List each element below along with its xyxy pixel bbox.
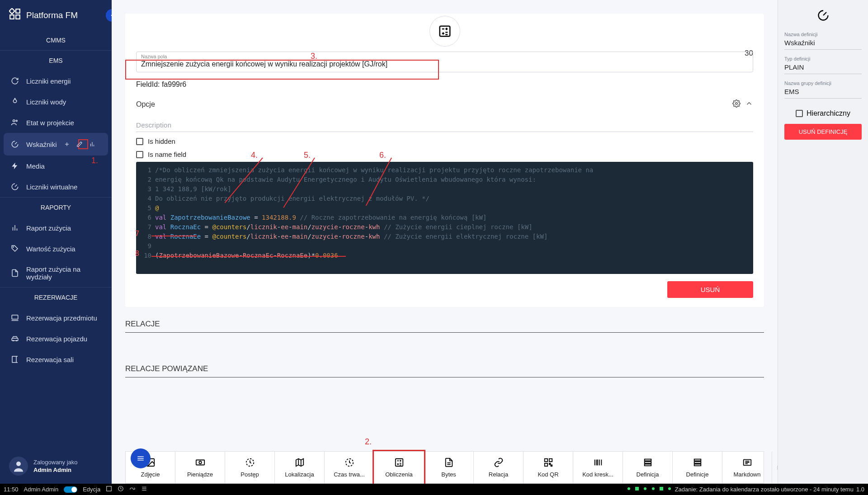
field-label: Nazwa pola [141,54,748,59]
checkbox-icon[interactable] [136,151,143,158]
bolt-icon [11,162,19,170]
tb-lokalizacja[interactable]: Lokalizacja [275,452,325,483]
checkbox-icon[interactable] [796,110,803,117]
field-nazwa-pola[interactable]: Nazwa pola Zmniejszenie zużycia energii … [136,52,753,72]
chevron-up-icon[interactable] [745,99,753,109]
gauge-icon [11,183,19,191]
tb-czas[interactable]: Czas trwa... [325,452,374,483]
progress-icon [245,457,255,467]
svg-point-23 [16,462,21,466]
svg-rect-54 [544,463,547,466]
edit-icon[interactable] [78,139,88,149]
barcode-icon [593,457,603,467]
chart-icon[interactable] [91,139,101,149]
sb-icon[interactable] [118,486,124,493]
nav-raport-zuzycia[interactable]: Raport zużycia [0,217,112,238]
rp-typ-label: Typ definicji [784,56,862,61]
svg-rect-15 [12,315,18,319]
nav-rez-przedmiotu[interactable]: Rezerwacja przedmiotu [0,307,112,328]
section-relacje: RELACJE [125,320,764,333]
nav-rez-pojazdu[interactable]: Rezerwacja pojazdu [0,328,112,349]
app-title: Platforma FM [26,10,78,20]
nav-liczniki-wody[interactable]: Liczniki wody [0,91,112,112]
refresh-icon [11,77,19,85]
code-editor[interactable]: 1/*Do obliczeń zmniejszenia zużycia ener… [136,162,753,274]
sb-toggle[interactable] [64,486,77,493]
svg-point-4 [13,120,15,122]
link-icon [494,457,504,467]
svg-rect-52 [544,458,547,461]
gear-icon[interactable] [732,99,741,109]
sb-task: Zadanie: Zadania do kalendarza zostało u… [675,486,854,493]
fab-menu[interactable] [131,448,151,468]
tb-definicja[interactable]: Definicja [623,452,673,483]
nav-raport-wydzialy[interactable]: Raport zużycia na wydziały [0,259,112,287]
tb-pieniadze[interactable]: Pieniądze [175,452,225,483]
tb-kodqr[interactable]: Kod QR [524,452,573,483]
sb-icon[interactable] [129,486,136,493]
tb-bytes[interactable]: Bytes [424,452,474,483]
svg-rect-3 [16,15,20,19]
delete-button[interactable]: USUŃ [667,281,753,298]
rp-hierarchiczny-check[interactable]: Hierarchiczny [784,109,862,118]
svg-rect-67 [694,464,701,466]
tb-kodkresk[interactable]: Kod kresk... [573,452,623,483]
sb-ind-icon [626,486,632,493]
nav-label: Rezerwacja sali [26,356,74,363]
sb-mode: Edycja [83,486,100,493]
laptop-icon [11,314,19,322]
svg-rect-35 [196,460,204,465]
rp-grupa-value[interactable]: EMS [784,86,862,99]
tb-more[interactable]: P [772,452,778,483]
nav-wartosc-zuzycia[interactable]: Wartość zużycia [0,238,112,259]
user-footer: Zalogowany jako Admin Admin [0,448,112,484]
description-label: Description [136,121,753,132]
user-name: Admin Admin [33,467,78,473]
section-cmms: CMMS [0,30,112,50]
nav-media[interactable]: Media [0,156,112,176]
sb-icon[interactable] [106,486,112,493]
checkbox-label: Hierarchiczny [807,109,850,118]
checkbox-is-hidden[interactable]: Is hidden [136,137,753,145]
rp-typ-value[interactable]: PLAIN [784,61,862,74]
nav-label: Etat w projekcie [26,119,74,127]
users-icon [11,118,19,127]
nav-label: Liczniki wody [26,98,66,106]
tag-icon [11,245,19,253]
svg-rect-81 [635,487,639,490]
checkbox-icon[interactable] [136,138,143,145]
add-icon[interactable] [66,139,75,149]
checkbox-is-name-field[interactable]: Is name field [136,151,753,158]
svg-point-82 [644,487,646,490]
svg-rect-20 [12,356,16,363]
sb-ind-icon [659,486,664,493]
tb-markdown[interactable]: Markdown [722,452,772,483]
opcje-label: Opcje [136,100,155,108]
qr-icon [543,457,553,467]
nav-etat[interactable]: Etat w projekcie [0,112,112,133]
sb-icon[interactable] [141,486,147,493]
svg-rect-53 [549,458,552,461]
nav-liczniki-wirtualne[interactable]: Liczniki wirtualne [0,176,112,197]
nav-rez-sali[interactable]: Rezerwacja sali [0,349,112,370]
svg-point-36 [199,461,202,464]
nav-liczniki-energii[interactable]: Liczniki energii [0,71,112,91]
rp-delete-button[interactable]: USUŃ DEFINICJĘ [784,124,862,140]
user-label: Zalogowany jako [33,459,78,466]
nav-wskazniki[interactable]: Wskaźniki [4,133,108,156]
nav-label: Wskaźniki [26,141,57,148]
tb-definicje[interactable]: Definicje [673,452,722,483]
tb-obliczenia[interactable]: Obliczenia [374,452,424,483]
svg-rect-1 [16,9,20,13]
rp-nazwa-value[interactable]: Wskaźniki [784,37,862,50]
tb-relacja[interactable]: Relacja [474,452,524,483]
sb-ind-icon [642,486,648,493]
tb-postep[interactable]: Postęp [225,452,275,483]
header-calc-icon [429,16,460,47]
annotation-2: 2. [365,437,372,447]
nav-label: Media [26,162,45,170]
field-value: Zmniejszenie zużycia energii końcowej w … [141,60,748,68]
svg-point-83 [652,487,655,490]
markdown-icon [742,457,752,467]
sb-ind-icon [634,486,640,493]
